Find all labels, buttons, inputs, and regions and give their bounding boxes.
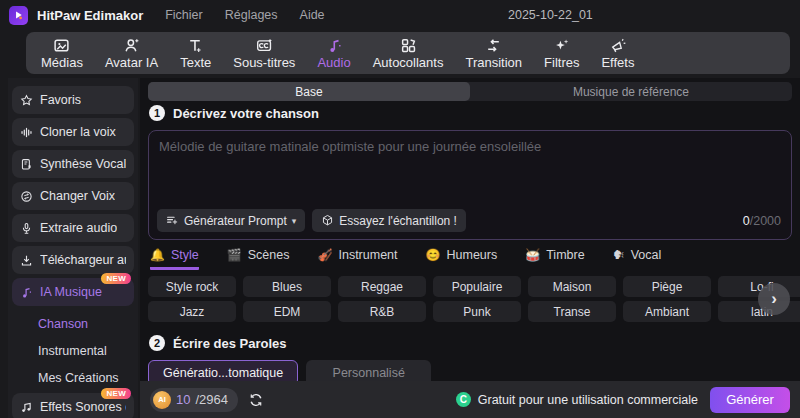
genre-populaire[interactable]: Populaire (433, 276, 521, 297)
chevron-right-icon: › (771, 289, 777, 309)
category-humeurs[interactable]: 😊 Humeurs (426, 248, 498, 270)
ai-coin-icon: AI (153, 391, 171, 409)
scroll-next-button[interactable]: › (758, 283, 790, 315)
credits-pill: AI 10 /2964 (150, 388, 238, 412)
category-instrument[interactable]: 🎻 Instrument (317, 248, 397, 270)
refresh-credits-button[interactable] (248, 392, 264, 408)
star-icon (20, 94, 33, 107)
char-counter: 0/2000 (743, 214, 781, 228)
genre-jazz[interactable]: Jazz (148, 301, 236, 322)
category-scenes[interactable]: 🎬 Scènes (227, 248, 290, 270)
genre-blues[interactable]: Blues (243, 276, 331, 297)
category-vocal[interactable]: 🗣 Vocal (613, 248, 662, 270)
genre-maison[interactable]: Maison (528, 276, 616, 297)
footer-bar: AI 10 /2964 C Gratuit pour une utilisati… (140, 381, 800, 418)
genre-style-rock[interactable]: Style rock (148, 276, 236, 297)
category-timbre[interactable]: 🥁 Timbre (525, 248, 584, 270)
tab-audio[interactable]: Audio (306, 32, 361, 74)
app-window: HitPaw Edimakor Fichier Réglages Aide 20… (0, 0, 800, 418)
tab-base[interactable]: Base (148, 82, 470, 101)
sidebar-subitem-instrumental[interactable]: Instrumental (8, 337, 138, 364)
genre-reggae[interactable]: Reggae (338, 276, 426, 297)
refresh-icon (248, 392, 264, 408)
tab-effets[interactable]: Effets (590, 32, 645, 74)
new-badge: NEW (101, 388, 131, 399)
tab-medias[interactable]: Médias (30, 32, 94, 74)
genre-rnb[interactable]: R&B (338, 301, 426, 322)
generate-button[interactable]: Générer (710, 387, 790, 413)
microphone-icon (20, 222, 33, 235)
music-note-icon (326, 37, 343, 54)
tab-sous-titres[interactable]: Sous-titres (222, 32, 306, 74)
speaking-head-icon: 🗣 (613, 248, 625, 262)
sidebar-item-favoris[interactable]: Favoris (12, 86, 134, 114)
description-actions: Générateur Prompt ▾ Essayez l'échantillo… (157, 209, 781, 232)
main-panel: Base Musique de référence 1 Décrivez vot… (140, 78, 800, 381)
commercial-license-icon: C (456, 392, 471, 407)
genre-ambiant[interactable]: Ambiant (623, 301, 711, 322)
prompt-generator-button[interactable]: Générateur Prompt ▾ (157, 209, 305, 232)
genre-edm[interactable]: EDM (243, 301, 331, 322)
download-icon (20, 254, 33, 267)
lyrics-mode-tabs: Génératio...tomatique Personnalisé (148, 360, 431, 381)
doc-mic-icon (20, 158, 33, 171)
tab-personnalise[interactable]: Personnalisé (306, 360, 431, 381)
credits-current: 10 (176, 392, 190, 407)
genre-transe[interactable]: Transe (528, 301, 616, 322)
sparkle-icon (553, 37, 570, 54)
menu-reglages[interactable]: Réglages (225, 8, 278, 22)
sidebar: Favoris Cloner la voix Synthèse Vocale C… (8, 78, 138, 418)
title-bar: HitPaw Edimakor Fichier Réglages Aide 20… (0, 0, 800, 30)
main-toolbar: Médias Avatar IA Texte Sous-titres Audio (26, 32, 790, 74)
sidebar-item-extraire-audio[interactable]: Extraire audio (12, 214, 134, 242)
sidebar-item-effets-sonores[interactable]: Effets Sonores d... NEW (12, 393, 134, 418)
genre-row-1: Style rock Blues Reggae Populaire Maison… (148, 276, 800, 297)
try-sample-button[interactable]: Essayez l'échantillon ! (312, 209, 466, 232)
step-number: 2 (149, 335, 165, 351)
app-name: HitPaw Edimakor (37, 8, 143, 23)
drum-icon: 🥁 (525, 248, 540, 262)
smiley-icon: 😊 (426, 248, 441, 262)
tab-transition[interactable]: Transition (454, 32, 533, 74)
credits-total: /2964 (195, 392, 228, 407)
category-style[interactable]: 🔔 Style (150, 248, 199, 270)
section-describe-song: 1 Décrivez votre chanson (149, 105, 319, 121)
document-title: 2025-10-22_01 (508, 8, 593, 22)
license-note: C Gratuit pour une utilisation commercia… (456, 392, 698, 407)
subtitles-icon (256, 37, 273, 54)
new-badge: NEW (101, 273, 131, 284)
waveform-icon (20, 126, 33, 139)
song-description-input[interactable] (149, 131, 791, 203)
sidebar-item-synthese-vocale[interactable]: Synthèse Vocale (12, 150, 134, 178)
genre-piege[interactable]: Piège (623, 276, 711, 297)
genre-punk[interactable]: Punk (433, 301, 521, 322)
mode-tabs: Base Musique de référence (148, 82, 792, 101)
media-icon (53, 37, 70, 54)
sidebar-item-changer-voix[interactable]: Changer Voix (12, 182, 134, 210)
tab-generation-automatique[interactable]: Génératio...tomatique (148, 360, 298, 381)
sidebar-item-ia-musique[interactable]: IA Musique NEW (12, 278, 134, 306)
ia-musique-sublist: Chanson Instrumental Mes Créations (8, 310, 138, 391)
sidebar-subitem-mes-creations[interactable]: Mes Créations (8, 364, 138, 391)
tab-avatar-ia[interactable]: Avatar IA (94, 32, 169, 74)
sidebar-item-telechargeur-audio[interactable]: Téléchargeur au... (12, 246, 134, 274)
sidebar-item-cloner-la-voix[interactable]: Cloner la voix (12, 118, 134, 146)
section-title: Écrire des Paroles (173, 336, 286, 351)
genre-row-2: Jazz EDM R&B Punk Transe Ambiant latin (148, 301, 800, 322)
text-icon (187, 37, 204, 54)
sidebar-subitem-chanson[interactable]: Chanson (8, 310, 138, 337)
tab-filtres[interactable]: Filtres (533, 32, 590, 74)
song-description-box: Générateur Prompt ▾ Essayez l'échantillo… (148, 130, 792, 240)
transition-arrows-icon (485, 37, 502, 54)
step-number: 1 (149, 105, 165, 121)
license-text: Gratuit pour une utilisation commerciale (478, 393, 698, 407)
menu-aide[interactable]: Aide (300, 8, 325, 22)
category-tabs: 🔔 Style 🎬 Scènes 🎻 Instrument 😊 Humeurs … (150, 248, 661, 270)
tab-musique-de-reference[interactable]: Musique de référence (470, 82, 792, 101)
tab-texte[interactable]: Texte (169, 32, 222, 74)
section-title: Décrivez votre chanson (173, 106, 319, 121)
clapper-icon: 🎬 (227, 248, 242, 262)
tab-autocollants[interactable]: Autocollants (362, 32, 455, 74)
section-write-lyrics: 2 Écrire des Paroles (149, 335, 286, 351)
menu-fichier[interactable]: Fichier (165, 8, 203, 22)
